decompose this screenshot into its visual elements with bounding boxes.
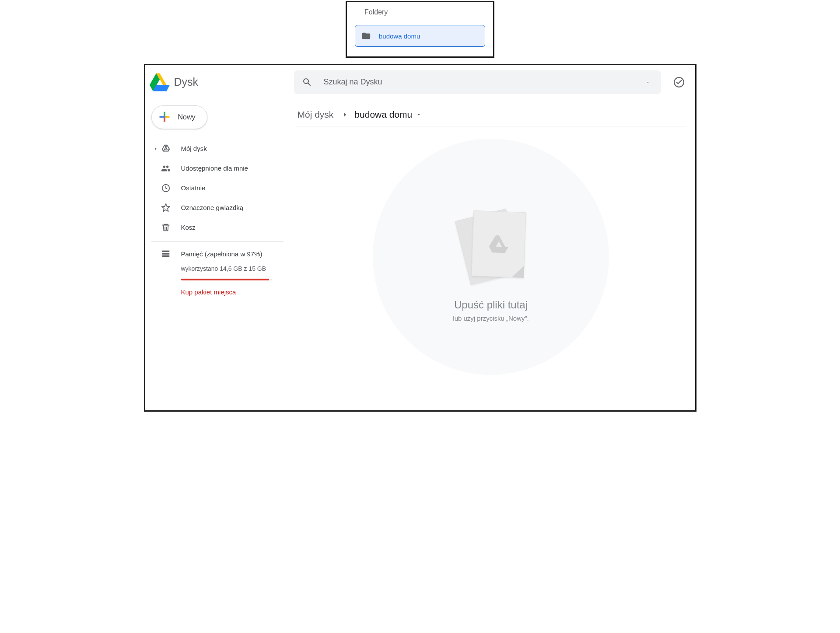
logo-block[interactable]: Dysk [150, 72, 294, 92]
document-front-icon [471, 210, 526, 277]
new-button[interactable]: Nowy [151, 105, 207, 129]
breadcrumb-root[interactable]: Mój dysk [296, 108, 336, 121]
expand-icon[interactable] [153, 147, 158, 151]
folder-icon [361, 31, 371, 41]
app-window: Dysk [144, 64, 696, 412]
empty-state: Upuść pliki tutaj lub użyj przycisku „No… [296, 126, 686, 410]
storage-progress-fill [181, 279, 270, 280]
main-content: Mój dysk budowa domu [290, 99, 695, 410]
empty-state-title: Upuść pliki tutaj [454, 299, 528, 311]
offline-ready-icon[interactable] [671, 74, 687, 91]
sidebar-item-label: Kosz [181, 224, 196, 231]
breadcrumb: Mój dysk budowa domu [296, 105, 686, 126]
sidebar-item-storage[interactable]: Pamięć (zapełniona w 97%) [151, 246, 290, 263]
storage-progress-bar [181, 279, 272, 280]
new-button-label: Nowy [178, 113, 196, 121]
app-body: Nowy Mój dysk Udostępnione dla mnie [145, 99, 695, 410]
svg-rect-6 [162, 251, 169, 252]
drive-icon [160, 143, 172, 154]
empty-state-circle: Upuść pliki tutaj lub użyj przycisku „No… [373, 139, 609, 375]
shared-icon [160, 163, 172, 174]
sidebar-item-label: Oznaczone gwiazdką [181, 204, 244, 211]
sidebar-divider [151, 241, 284, 242]
sidebar-item-my-drive[interactable]: Mój dysk [151, 139, 290, 158]
sidebar-item-label: Udostępnione dla mnie [181, 164, 248, 172]
sidebar-item-trash[interactable]: Kosz [151, 217, 290, 237]
breadcrumb-current-label: budowa domu [354, 109, 412, 120]
search-options-dropdown-icon[interactable] [643, 77, 653, 87]
svg-rect-4 [159, 116, 165, 118]
search-bar[interactable] [294, 70, 661, 94]
storage-icon [160, 248, 172, 259]
plus-icon [157, 109, 172, 126]
trash-icon [160, 222, 172, 233]
callout-box: Foldery budowa domu [346, 1, 494, 58]
sidebar-item-shared[interactable]: Udostępnione dla mnie [151, 158, 290, 178]
svg-rect-7 [162, 253, 169, 255]
app-header: Dysk [145, 65, 695, 99]
app-name: Dysk [174, 76, 199, 88]
chevron-down-icon[interactable] [416, 112, 422, 118]
chevron-right-icon [340, 110, 349, 119]
sidebar-item-recent[interactable]: Ostatnie [151, 178, 290, 198]
folder-chip[interactable]: budowa domu [355, 25, 485, 47]
breadcrumb-current[interactable]: budowa domu [354, 109, 422, 120]
clock-icon [160, 182, 172, 194]
buy-storage-link[interactable]: Kup pakiet miejsca [181, 288, 290, 296]
sidebar-item-label: Ostatnie [181, 184, 206, 192]
sidebar-item-starred[interactable]: Oznaczone gwiazdką [151, 198, 290, 217]
folder-chip-label: budowa domu [379, 32, 420, 40]
search-icon [302, 77, 312, 87]
sidebar-item-label: Mój dysk [181, 145, 207, 152]
sidebar: Nowy Mój dysk Udostępnione dla mnie [145, 99, 290, 410]
svg-rect-8 [162, 255, 169, 257]
drive-logo-icon [150, 72, 170, 92]
empty-state-art [452, 210, 530, 288]
star-icon [160, 202, 172, 213]
search-input[interactable] [323, 77, 643, 87]
empty-state-subtitle: lub użyj przycisku „Nowy”. [453, 315, 528, 322]
storage-details: wykorzystano 14,6 GB z 15 GB [151, 263, 290, 273]
callout-section-label: Foldery [364, 8, 485, 16]
callout-container: Foldery budowa domu [144, 0, 696, 58]
storage-title: Pamięć (zapełniona w 97%) [181, 250, 262, 258]
